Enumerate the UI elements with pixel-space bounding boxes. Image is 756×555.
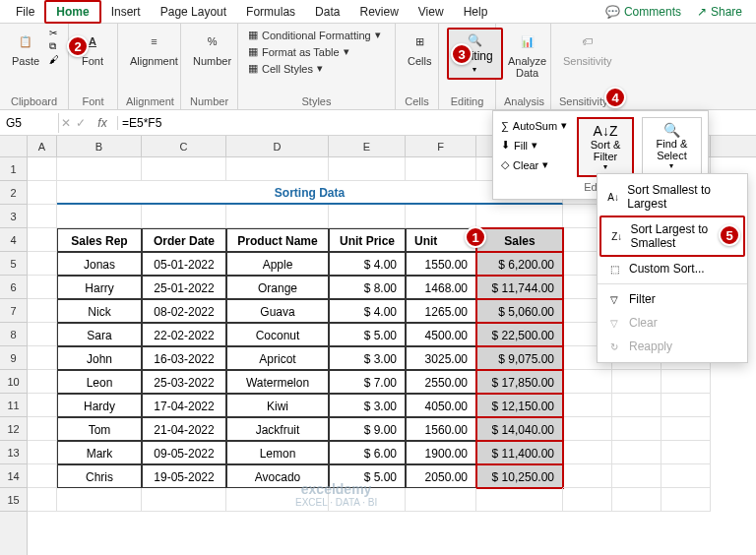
cell-selected[interactable]: $ 5,060.00 [476,299,563,323]
tab-help[interactable]: Help [454,2,498,22]
cell[interactable]: 2050.00 [406,464,476,488]
cell-selected[interactable]: $ 11,744.00 [476,276,563,299]
find-select-button[interactable]: 🔍 Find & Select▾ [642,117,702,177]
cell[interactable]: $ 7.00 [329,370,406,394]
clear-button[interactable]: ◇Clear▾ [499,156,569,173]
cell-selected[interactable]: $ 11,400.00 [476,441,563,464]
tab-insert[interactable]: Insert [101,2,151,22]
cell[interactable]: 1560.00 [406,417,476,441]
cell[interactable]: 3025.00 [406,346,476,370]
cell[interactable]: 1550.00 [406,252,476,276]
conditional-formatting-button[interactable]: ▦Conditional Formatting▾ [246,28,383,42]
paste-button[interactable]: 📋 Paste [8,28,43,69]
col-header[interactable]: F [406,136,476,156]
row-header[interactable]: 7 [0,299,27,323]
cell[interactable]: 17-04-2022 [142,394,226,417]
cell[interactable]: Sara [57,323,142,346]
cell[interactable]: Tom [57,417,142,441]
cell[interactable]: 09-05-2022 [142,441,226,464]
format-table-button[interactable]: ▦Format as Table▾ [246,44,383,59]
tab-home[interactable]: Home [44,0,100,24]
cell[interactable]: 2550.00 [406,370,476,394]
cell[interactable]: Jonas [57,252,142,276]
alignment-button[interactable]: ≡Alignment [126,28,182,69]
autosum-button[interactable]: ∑AutoSum▾ [499,117,569,134]
cell[interactable]: Harry [57,276,142,299]
fill-button[interactable]: ⬇Fill▾ [499,137,569,154]
fx-icon[interactable]: fx [90,116,114,130]
cell[interactable]: 1265.00 [406,299,476,323]
tab-data[interactable]: Data [305,2,349,22]
row-header[interactable]: 14 [0,464,27,488]
row-header[interactable]: 3 [0,205,27,228]
row-header[interactable]: 4 [0,228,27,252]
enter-icon[interactable]: ✓ [76,116,86,130]
title-cell[interactable]: Sorting Data [57,181,563,205]
header-cell[interactable]: Sales Rep [57,228,142,252]
col-header[interactable]: C [142,136,226,156]
cell[interactable]: $ 4.00 [329,252,406,276]
tab-file[interactable]: File [6,2,44,22]
tab-review[interactable]: Review [349,2,408,22]
cell[interactable]: 21-04-2022 [142,417,226,441]
cell[interactable]: Coconut [226,323,329,346]
filter-item[interactable]: ▽Filter [598,287,747,311]
cell[interactable]: 22-02-2022 [142,323,226,346]
sensitivity-button[interactable]: 🏷Sensitivity [559,28,616,69]
cell[interactable]: 08-02-2022 [142,299,226,323]
cell[interactable]: $ 4.00 [329,299,406,323]
cell-styles-button[interactable]: ▦Cell Styles▾ [246,61,383,76]
sort-filter-button[interactable]: A↓Z Sort & Filter▾ [577,117,634,177]
row-header[interactable]: 12 [0,417,27,441]
row-header[interactable]: 13 [0,441,27,464]
header-cell[interactable]: Unit Price [329,228,406,252]
cell-selected[interactable]: $ 14,040.00 [476,417,563,441]
cell[interactable]: $ 9.00 [329,417,406,441]
cell[interactable]: Watermelon [226,370,329,394]
cut-icon[interactable]: ✂ [49,28,59,38]
cell-selected[interactable]: $ 12,150.00 [476,394,563,417]
comments-button[interactable]: 💬Comments [598,3,689,21]
row-header[interactable]: 1 [0,157,27,181]
row-header[interactable]: 10 [0,370,27,394]
cells-button[interactable]: ⊞Cells [404,28,435,69]
cell[interactable]: $ 3.00 [329,346,406,370]
col-header[interactable]: A [28,136,57,156]
row-header[interactable]: 8 [0,323,27,346]
row-header[interactable]: 2 [0,181,27,205]
custom-sort[interactable]: ⬚Custom Sort... [598,257,747,280]
cell[interactable]: 1468.00 [406,276,476,299]
cell[interactable]: Chris [57,464,142,488]
cell[interactable]: 25-01-2022 [142,276,226,299]
cell-selected[interactable]: $ 17,850.00 [476,370,563,394]
row-header[interactable]: 11 [0,394,27,417]
cell[interactable]: Orange [226,276,329,299]
cell[interactable]: Apple [226,252,329,276]
cell[interactable]: 16-03-2022 [142,346,226,370]
row-header[interactable]: 9 [0,346,27,370]
cell[interactable]: Apricot [226,346,329,370]
name-box[interactable]: G5 [0,113,59,133]
share-button[interactable]: ↗Share [689,3,750,21]
cell[interactable]: Hardy [57,394,142,417]
analyze-data-button[interactable]: 📊Analyze Data [504,28,550,81]
col-header[interactable]: E [329,136,406,156]
cell[interactable]: 1900.00 [406,441,476,464]
cell[interactable]: $ 5.00 [329,323,406,346]
cell[interactable]: Leon [57,370,142,394]
cell[interactable]: $ 6.00 [329,441,406,464]
cell[interactable]: 4500.00 [406,323,476,346]
cell[interactable]: Lemon [226,441,329,464]
cell[interactable]: Guava [226,299,329,323]
cell[interactable]: Mark [57,441,142,464]
cell[interactable]: 25-03-2022 [142,370,226,394]
copy-icon[interactable]: ⧉ [49,40,59,52]
row-header[interactable]: 6 [0,276,27,299]
sort-smallest-largest[interactable]: A↓Sort Smallest to Largest [598,178,747,216]
cell-selected[interactable]: $ 6,200.00 [476,252,563,276]
header-cell[interactable]: Order Date [142,228,226,252]
tab-page-layout[interactable]: Page Layout [151,2,236,22]
tab-formulas[interactable]: Formulas [236,2,305,22]
header-cell[interactable]: Sales [476,228,563,252]
cell[interactable]: 05-01-2022 [142,252,226,276]
